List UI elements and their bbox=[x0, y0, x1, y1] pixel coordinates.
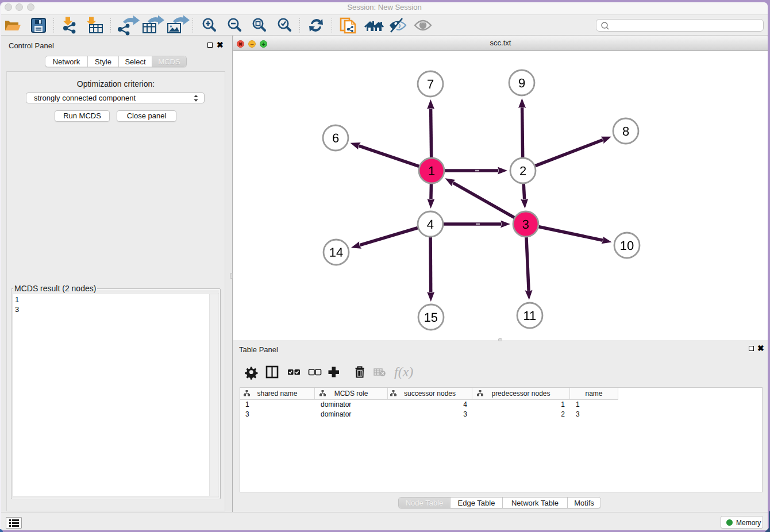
svg-text:1: 1 bbox=[428, 164, 435, 178]
svg-text:6: 6 bbox=[332, 131, 339, 145]
svg-text:9: 9 bbox=[518, 76, 525, 90]
svg-text:f(x): f(x) bbox=[394, 364, 413, 379]
svg-text:4: 4 bbox=[427, 217, 434, 232]
svg-text:14: 14 bbox=[329, 245, 343, 260]
svg-text:8: 8 bbox=[622, 124, 629, 138]
svg-text:15: 15 bbox=[424, 310, 438, 325]
svg-text:11: 11 bbox=[523, 309, 536, 323]
svg-text:10: 10 bbox=[620, 238, 634, 253]
svg-text:7: 7 bbox=[427, 77, 434, 91]
svg-text:3: 3 bbox=[522, 217, 529, 232]
svg-text:2: 2 bbox=[519, 164, 526, 178]
